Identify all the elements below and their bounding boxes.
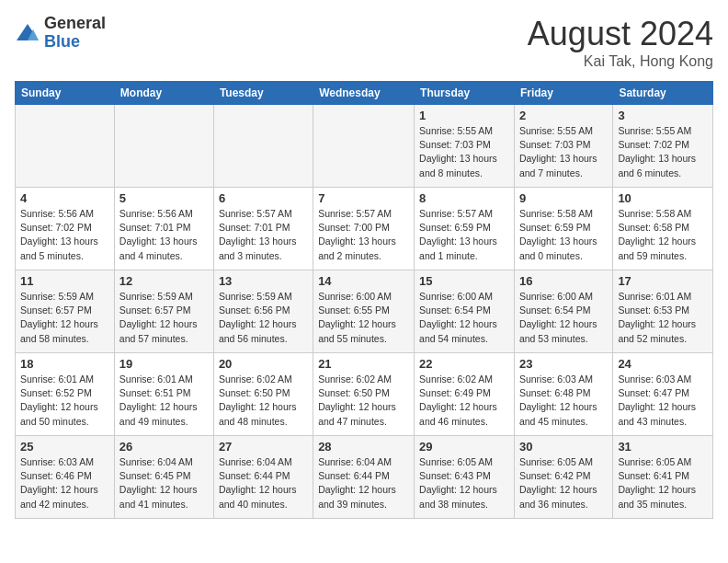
day-number: 26 [119, 440, 209, 454]
calendar-week-row: 4Sunrise: 5:56 AMSunset: 7:02 PMDaylight… [16, 188, 713, 270]
day-info: Sunrise: 5:57 AMSunset: 7:00 PMDaylight:… [318, 207, 409, 263]
day-number: 24 [618, 357, 708, 371]
calendar-cell [16, 105, 115, 188]
day-number: 5 [119, 191, 209, 205]
day-number: 8 [419, 191, 509, 205]
day-number: 4 [20, 191, 109, 205]
logo-blue-text: Blue [44, 33, 106, 52]
calendar-week-row: 11Sunrise: 5:59 AMSunset: 6:57 PMDayligh… [16, 270, 713, 353]
day-info: Sunrise: 6:02 AMSunset: 6:49 PMDaylight:… [419, 373, 509, 429]
day-info: Sunrise: 5:57 AMSunset: 7:01 PMDaylight:… [219, 207, 308, 263]
calendar-cell: 25Sunrise: 6:03 AMSunset: 6:46 PMDayligh… [16, 436, 115, 519]
day-number: 3 [618, 109, 708, 122]
day-number: 31 [618, 440, 708, 454]
calendar-cell: 23Sunrise: 6:03 AMSunset: 6:48 PMDayligh… [514, 353, 612, 436]
day-number: 21 [318, 357, 409, 371]
day-number: 15 [419, 274, 509, 288]
calendar-week-row: 25Sunrise: 6:03 AMSunset: 6:46 PMDayligh… [16, 436, 713, 519]
day-number: 20 [219, 357, 308, 371]
day-number: 19 [119, 357, 209, 371]
day-number: 23 [519, 357, 608, 371]
day-number: 11 [20, 274, 109, 288]
calendar-cell: 20Sunrise: 6:02 AMSunset: 6:50 PMDayligh… [213, 353, 313, 436]
day-number: 14 [318, 274, 409, 288]
calendar-cell: 15Sunrise: 6:00 AMSunset: 6:54 PMDayligh… [415, 270, 515, 353]
day-number: 13 [219, 274, 308, 288]
logo-icon [15, 20, 40, 46]
day-info: Sunrise: 5:58 AMSunset: 6:58 PMDaylight:… [618, 207, 708, 263]
logo-text: General Blue [44, 15, 106, 52]
header-sunday: Sunday [16, 82, 115, 105]
day-info: Sunrise: 5:55 AMSunset: 7:03 PMDaylight:… [419, 124, 509, 180]
day-info: Sunrise: 5:59 AMSunset: 6:56 PMDaylight:… [219, 290, 308, 346]
calendar-cell: 24Sunrise: 6:03 AMSunset: 6:47 PMDayligh… [613, 353, 713, 436]
day-info: Sunrise: 6:00 AMSunset: 6:54 PMDaylight:… [519, 290, 608, 346]
day-info: Sunrise: 5:55 AMSunset: 7:02 PMDaylight:… [618, 124, 708, 180]
header-thursday: Thursday [415, 82, 515, 105]
calendar-cell: 26Sunrise: 6:04 AMSunset: 6:45 PMDayligh… [114, 436, 213, 519]
header-tuesday: Tuesday [213, 82, 313, 105]
logo: General Blue [15, 15, 106, 52]
day-info: Sunrise: 5:59 AMSunset: 6:57 PMDaylight:… [119, 290, 209, 346]
day-info: Sunrise: 5:59 AMSunset: 6:57 PMDaylight:… [20, 290, 109, 346]
calendar-cell: 11Sunrise: 5:59 AMSunset: 6:57 PMDayligh… [16, 270, 115, 353]
calendar-cell: 3Sunrise: 5:55 AMSunset: 7:02 PMDaylight… [613, 105, 713, 188]
location-title: Kai Tak, Hong Kong [528, 53, 713, 70]
day-info: Sunrise: 6:04 AMSunset: 6:44 PMDaylight:… [219, 455, 308, 511]
day-info: Sunrise: 6:02 AMSunset: 6:50 PMDaylight:… [219, 373, 308, 429]
header-monday: Monday [114, 82, 213, 105]
calendar-cell: 9Sunrise: 5:58 AMSunset: 6:59 PMDaylight… [514, 188, 612, 270]
calendar-cell [213, 105, 313, 188]
day-info: Sunrise: 6:05 AMSunset: 6:42 PMDaylight:… [519, 455, 608, 511]
day-info: Sunrise: 5:57 AMSunset: 6:59 PMDaylight:… [419, 207, 509, 263]
day-info: Sunrise: 6:00 AMSunset: 6:54 PMDaylight:… [419, 290, 509, 346]
day-info: Sunrise: 6:05 AMSunset: 6:43 PMDaylight:… [419, 455, 509, 511]
day-number: 27 [219, 440, 308, 454]
calendar-cell: 8Sunrise: 5:57 AMSunset: 6:59 PMDaylight… [415, 188, 515, 270]
day-number: 7 [318, 191, 409, 205]
day-number: 29 [419, 440, 509, 454]
day-number: 1 [419, 109, 509, 122]
calendar-cell: 14Sunrise: 6:00 AMSunset: 6:55 PMDayligh… [313, 270, 415, 353]
calendar-cell: 18Sunrise: 6:01 AMSunset: 6:52 PMDayligh… [16, 353, 115, 436]
calendar-cell: 5Sunrise: 5:56 AMSunset: 7:01 PMDaylight… [114, 188, 213, 270]
header-friday: Friday [514, 82, 612, 105]
calendar-cell: 30Sunrise: 6:05 AMSunset: 6:42 PMDayligh… [514, 436, 612, 519]
day-info: Sunrise: 5:55 AMSunset: 7:03 PMDaylight:… [519, 124, 608, 180]
day-info: Sunrise: 6:00 AMSunset: 6:55 PMDaylight:… [318, 290, 409, 346]
calendar-cell: 19Sunrise: 6:01 AMSunset: 6:51 PMDayligh… [114, 353, 213, 436]
day-info: Sunrise: 6:03 AMSunset: 6:48 PMDaylight:… [519, 373, 608, 429]
calendar-cell: 12Sunrise: 5:59 AMSunset: 6:57 PMDayligh… [114, 270, 213, 353]
day-info: Sunrise: 6:04 AMSunset: 6:45 PMDaylight:… [119, 455, 209, 511]
calendar-cell: 17Sunrise: 6:01 AMSunset: 6:53 PMDayligh… [613, 270, 713, 353]
calendar-cell: 10Sunrise: 5:58 AMSunset: 6:58 PMDayligh… [613, 188, 713, 270]
day-info: Sunrise: 5:58 AMSunset: 6:59 PMDaylight:… [519, 207, 608, 263]
day-number: 6 [219, 191, 308, 205]
calendar-cell: 31Sunrise: 6:05 AMSunset: 6:41 PMDayligh… [613, 436, 713, 519]
calendar-table: SundayMondayTuesdayWednesdayThursdayFrid… [15, 81, 713, 519]
day-number: 10 [618, 191, 708, 205]
day-info: Sunrise: 5:56 AMSunset: 7:01 PMDaylight:… [119, 207, 209, 263]
day-number: 2 [519, 109, 608, 122]
calendar-cell: 16Sunrise: 6:00 AMSunset: 6:54 PMDayligh… [514, 270, 612, 353]
day-number: 17 [618, 274, 708, 288]
calendar-cell: 28Sunrise: 6:04 AMSunset: 6:44 PMDayligh… [313, 436, 415, 519]
page-header: General Blue August 2024 Kai Tak, Hong K… [15, 15, 713, 70]
day-number: 16 [519, 274, 608, 288]
header-wednesday: Wednesday [313, 82, 415, 105]
calendar-cell: 6Sunrise: 5:57 AMSunset: 7:01 PMDaylight… [213, 188, 313, 270]
day-info: Sunrise: 6:01 AMSunset: 6:52 PMDaylight:… [20, 373, 109, 429]
calendar-cell: 7Sunrise: 5:57 AMSunset: 7:00 PMDaylight… [313, 188, 415, 270]
calendar-week-row: 1Sunrise: 5:55 AMSunset: 7:03 PMDaylight… [16, 105, 713, 188]
calendar-header-row: SundayMondayTuesdayWednesdayThursdayFrid… [16, 82, 713, 105]
day-info: Sunrise: 5:56 AMSunset: 7:02 PMDaylight:… [20, 207, 109, 263]
day-number: 18 [20, 357, 109, 371]
day-number: 12 [119, 274, 209, 288]
day-number: 30 [519, 440, 608, 454]
calendar-cell: 22Sunrise: 6:02 AMSunset: 6:49 PMDayligh… [415, 353, 515, 436]
calendar-cell: 13Sunrise: 5:59 AMSunset: 6:56 PMDayligh… [213, 270, 313, 353]
day-info: Sunrise: 6:04 AMSunset: 6:44 PMDaylight:… [318, 455, 409, 511]
calendar-week-row: 18Sunrise: 6:01 AMSunset: 6:52 PMDayligh… [16, 353, 713, 436]
day-info: Sunrise: 6:01 AMSunset: 6:51 PMDaylight:… [119, 373, 209, 429]
day-info: Sunrise: 6:03 AMSunset: 6:46 PMDaylight:… [20, 455, 109, 511]
